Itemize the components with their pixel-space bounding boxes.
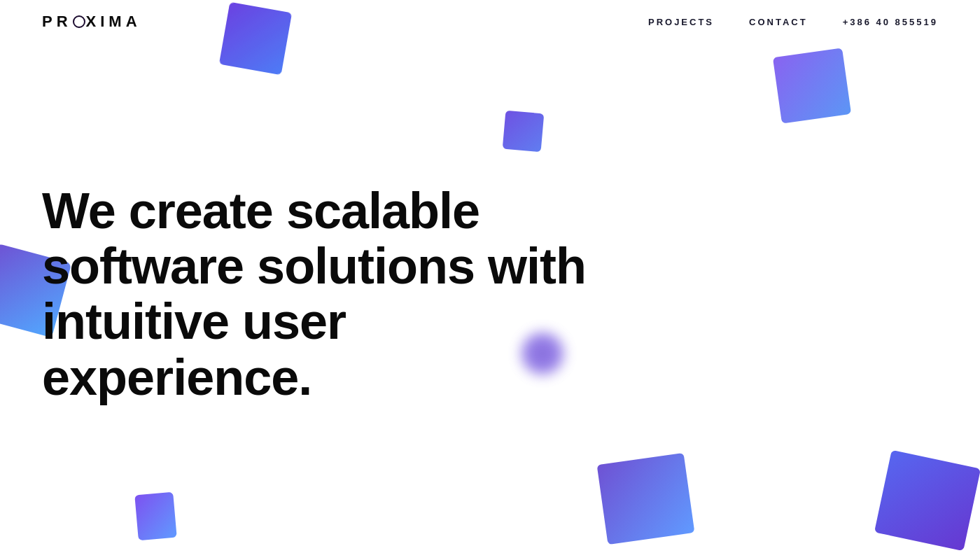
- logo-circle-icon: [73, 15, 85, 28]
- hero-section: We create scalable software solutions wi…: [42, 183, 602, 405]
- decorative-shape-6: [597, 453, 695, 545]
- logo[interactable]: PRXIMA: [42, 13, 141, 31]
- nav-contact[interactable]: CONTACT: [749, 17, 808, 27]
- decorative-shape-8: [134, 492, 176, 541]
- nav: PROJECTS CONTACT +386 40 855519: [648, 17, 938, 27]
- decorative-shape-7: [874, 450, 980, 551]
- hero-headline: We create scalable software solutions wi…: [42, 183, 602, 405]
- decorative-shape-3: [503, 111, 545, 153]
- logo-text: PRXIMA: [42, 13, 141, 31]
- decorative-shape-2: [773, 48, 851, 124]
- header: PRXIMA PROJECTS CONTACT +386 40 855519: [0, 0, 980, 43]
- nav-phone[interactable]: +386 40 855519: [843, 17, 938, 27]
- nav-projects[interactable]: PROJECTS: [648, 17, 714, 27]
